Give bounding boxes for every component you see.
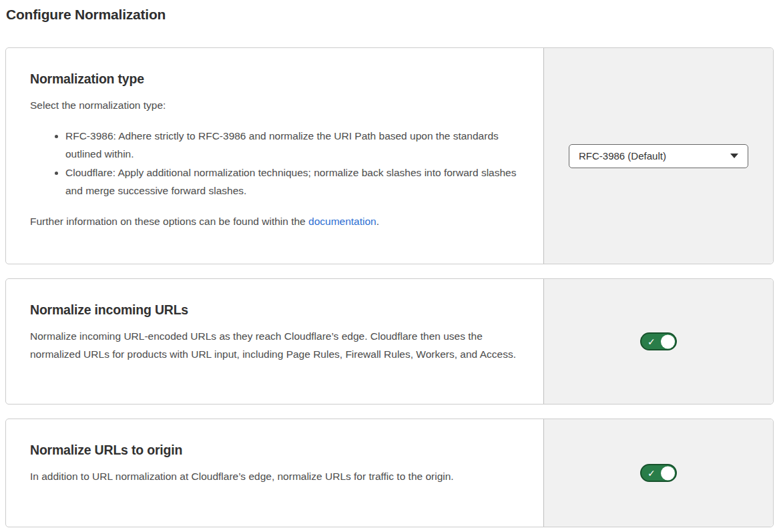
normalize-urls-to-origin-title: Normalize URLs to origin [30, 443, 523, 458]
normalize-incoming-urls-control-panel: ✓ [543, 279, 773, 404]
list-item: Cloudflare: Apply additional normalizati… [65, 164, 523, 200]
chevron-down-icon [730, 154, 738, 158]
normalization-type-content: Normalization type Select the normalizat… [6, 48, 543, 264]
normalize-incoming-urls-title: Normalize incoming URLs [30, 302, 523, 318]
list-item: RFC-3986: Adhere strictly to RFC-3986 an… [65, 127, 523, 163]
normalization-type-control-panel: RFC-3986 (Default) [543, 48, 773, 264]
normalization-type-card: Normalization type Select the normalizat… [5, 47, 774, 264]
normalization-type-dropdown[interactable]: RFC-3986 (Default) [569, 144, 748, 168]
normalize-urls-to-origin-control-panel: ✓ [543, 419, 773, 527]
normalize-urls-to-origin-toggle[interactable]: ✓ [640, 464, 677, 482]
normalization-type-title: Normalization type [30, 71, 523, 87]
footer-text: . [376, 216, 379, 227]
normalization-type-options-list: RFC-3986: Adhere strictly to RFC-3986 an… [30, 127, 523, 200]
normalize-incoming-urls-description: Normalize incoming URL-encoded URLs as t… [30, 327, 523, 363]
footer-text: Further information on these options can… [30, 216, 308, 227]
normalize-incoming-urls-content: Normalize incoming URLs Normalize incomi… [6, 279, 543, 404]
normalization-type-intro: Select the normalization type: [30, 96, 523, 114]
normalize-urls-to-origin-description: In addition to URL normalization at Clou… [30, 467, 523, 485]
configure-normalization-page: Configure Normalization Normalization ty… [0, 0, 779, 532]
check-icon: ✓ [647, 468, 656, 477]
normalize-incoming-urls-card: Normalize incoming URLs Normalize incomi… [5, 278, 774, 405]
normalize-urls-to-origin-content: Normalize URLs to origin In addition to … [6, 419, 543, 527]
page-title: Configure Normalization [6, 7, 774, 23]
toggle-knob [661, 334, 675, 348]
check-icon: ✓ [647, 336, 656, 346]
normalization-type-footer: Further information on these options can… [30, 212, 523, 230]
normalize-incoming-urls-toggle[interactable]: ✓ [640, 332, 677, 350]
documentation-link[interactable]: documentation [308, 216, 376, 227]
normalize-urls-to-origin-card: Normalize URLs to origin In addition to … [5, 419, 774, 527]
dropdown-selected-value: RFC-3986 (Default) [579, 150, 666, 162]
toggle-knob [661, 466, 675, 480]
